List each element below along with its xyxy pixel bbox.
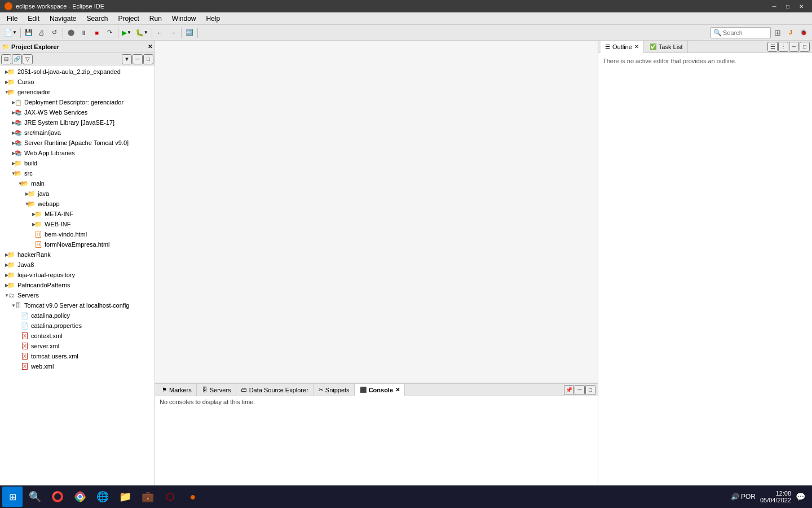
icon-hackerrank: 📁: [7, 250, 16, 259]
label-patricando: PatricandoPatterns: [17, 282, 70, 288]
menu-help[interactable]: Help: [202, 14, 225, 24]
tab-outline[interactable]: ☰ Outline ✕: [601, 41, 644, 53]
tree-item-gerenciador[interactable]: ▼ 📂 gerenciador: [0, 87, 155, 97]
tree-item-context[interactable]: ▶ X context.xml: [0, 331, 155, 341]
tree-item-bemvindo[interactable]: ▶ H bem-vindo.html: [0, 229, 155, 239]
menu-file[interactable]: File: [2, 14, 22, 24]
taskbar-eclipse-button[interactable]: ●: [183, 487, 203, 507]
menu-run[interactable]: Run: [145, 14, 166, 24]
tree-item-deployment[interactable]: ▶ 📋 Deployment Descriptor: gerenciador: [0, 97, 155, 107]
console-tab-markers[interactable]: ⚑ Markers: [157, 384, 197, 396]
menu-navigate[interactable]: Navigate: [45, 14, 81, 24]
step-over-button[interactable]: ↷: [104, 27, 116, 39]
run-pause-button[interactable]: ⏸: [78, 27, 90, 39]
tree-item-servers[interactable]: ▼ 🗂 Servers: [0, 290, 155, 300]
taskbar-office-button[interactable]: ⬡: [160, 487, 180, 507]
link-editor-button[interactable]: 🔗: [12, 54, 22, 64]
snippets-icon: ✂: [319, 387, 323, 393]
console-tab-datasource[interactable]: 🗃 Data Source Explorer: [237, 384, 314, 396]
right-toolbar-btn1[interactable]: ☰: [767, 42, 778, 52]
tree-item-server-xml[interactable]: ▶ X server.xml: [0, 341, 155, 351]
tree-item-formnova[interactable]: ▶ H formNovaEmpresa.html: [0, 239, 155, 249]
tree-item-catalina-props[interactable]: ▶ 📄 catalina.properties: [0, 321, 155, 331]
tree-item-jre[interactable]: ▶ 📚 JRE System Library [JavaSE-17]: [0, 117, 155, 128]
tree-item-loja[interactable]: ▶ 📁 loja-virtual-repository: [0, 270, 155, 280]
console-tab-snippets[interactable]: ✂ Snippets: [314, 384, 355, 396]
tree-item-java[interactable]: ▶ 📁 java: [0, 189, 155, 199]
right-minimize-button[interactable]: ─: [789, 42, 799, 52]
next-edit-button[interactable]: →: [167, 27, 179, 39]
menu-search[interactable]: Search: [82, 14, 112, 24]
tree-item-src[interactable]: ▼ 📂 src: [0, 168, 155, 178]
refresh-button[interactable]: ↺: [48, 27, 61, 39]
console-tab-servers[interactable]: 🗄 Servers: [197, 384, 236, 396]
minimize-button[interactable]: ─: [768, 2, 780, 11]
console-tab-console[interactable]: ⬛ Console ✕: [355, 384, 405, 396]
tree-item-jaxws[interactable]: ▶ 📚 JAX-WS Web Services: [0, 107, 155, 117]
tree-item-main[interactable]: ▼ 📂 main: [0, 178, 155, 189]
taskbar-cortana-button[interactable]: ⭕: [47, 487, 68, 507]
taskbar-chrome-button[interactable]: [70, 487, 90, 507]
taskbar-edge-button[interactable]: 🌐: [92, 487, 113, 507]
arrow-webapplib: ▶: [0, 151, 14, 156]
tree-item-tomcat[interactable]: ▼ 🗄 Tomcat v9.0 Server at localhost-conf…: [0, 300, 155, 310]
icon-catalina-props: 📄: [20, 321, 29, 330]
arrow-java: ▶: [0, 191, 27, 196]
stop-button[interactable]: ■: [91, 27, 103, 39]
open-type-button[interactable]: 🔤: [183, 27, 196, 39]
tree-item-tomcat-users[interactable]: ▶ X tomcat-users.xml: [0, 351, 155, 361]
tree-item-webinf[interactable]: ▶ 📁 WEB-INF: [0, 219, 155, 229]
tree-item-curso[interactable]: ▶ 📁 Curso: [0, 77, 155, 87]
maximize-button[interactable]: □: [782, 2, 794, 11]
label-formnova: formNovaEmpresa.html: [45, 241, 110, 248]
tree-item-web-xml[interactable]: ▶ X web.xml: [0, 361, 155, 371]
open-perspective-button[interactable]: ⊞: [771, 27, 784, 39]
menu-edit[interactable]: Edit: [23, 14, 44, 24]
run-dropdown[interactable]: ▶▼: [120, 27, 133, 39]
debug-button[interactable]: ⬤: [65, 27, 77, 39]
collapse-all-button[interactable]: ⊟: [1, 54, 11, 64]
menu-project[interactable]: Project: [113, 14, 143, 24]
console-minimize-button[interactable]: ─: [575, 385, 585, 395]
search-input[interactable]: [723, 29, 768, 36]
tree-item-java8[interactable]: ▶ 📁 Java8: [0, 260, 155, 270]
start-button[interactable]: ⊞: [2, 487, 23, 507]
icon-server-xml: X: [20, 341, 29, 351]
tree-item-webapplib[interactable]: ▶ 📚 Web App Libraries: [0, 148, 155, 158]
view-menu-button[interactable]: ▼: [122, 54, 132, 64]
taskbar-search-button[interactable]: 🔍: [25, 487, 45, 507]
tree-item-catalina-policy[interactable]: ▶ 📄 catalina.policy: [0, 310, 155, 321]
close-button[interactable]: ✕: [795, 2, 807, 11]
prev-edit-button[interactable]: ←: [154, 27, 166, 39]
taskbar-explorer-button[interactable]: 📁: [115, 487, 135, 507]
filter-button[interactable]: ▽: [23, 54, 33, 64]
debug-dropdown[interactable]: 🐛▼: [134, 27, 150, 39]
tab-tasklist[interactable]: ✅ Task List: [645, 41, 688, 53]
minimize-panel-button[interactable]: ─: [133, 54, 143, 64]
icon-webapp: 📂: [27, 199, 36, 208]
save-button[interactable]: 💾: [23, 27, 35, 39]
tree-item-srcmainjava[interactable]: ▶ 📚 src/main/java: [0, 128, 155, 138]
new-button[interactable]: 📄▼: [2, 27, 19, 39]
right-toolbar-btn2[interactable]: ⋮: [778, 42, 788, 52]
project-explorer-close[interactable]: ✕: [148, 43, 152, 50]
console-pin-button[interactable]: 📌: [564, 385, 574, 395]
tree-item-build[interactable]: ▶ 📁 build: [0, 158, 155, 168]
tree-item-metainf[interactable]: ▶ 📁 META-INF: [0, 209, 155, 219]
outline-close-button[interactable]: ✕: [634, 43, 639, 50]
tree-item-patricando[interactable]: ▶ 📁 PatricandoPatterns: [0, 280, 155, 290]
tree-item-webapp[interactable]: ▼ 📂 webapp: [0, 199, 155, 209]
tree-item-serverruntime[interactable]: ▶ 📚 Server Runtime [Apache Tomcat v9.0]: [0, 138, 155, 148]
tree-item-zip[interactable]: ▶ 📁 2051-solid-java-aula_2.zip_expanded: [0, 67, 155, 77]
console-maximize-button[interactable]: □: [585, 385, 595, 395]
debug-perspective-button[interactable]: 🐞: [797, 27, 810, 39]
arrow-patricando: ▶: [0, 283, 7, 288]
maximize-panel-button[interactable]: □: [143, 54, 153, 64]
right-maximize-button[interactable]: □: [800, 42, 810, 52]
taskbar-briefcase-button[interactable]: 💼: [138, 487, 158, 507]
print-button[interactable]: 🖨: [36, 27, 48, 39]
console-close-button[interactable]: ✕: [395, 387, 400, 393]
java-button[interactable]: J: [784, 27, 797, 39]
menu-window[interactable]: Window: [167, 14, 201, 24]
tree-item-hackerrank[interactable]: ▶ 📁 hackerRank: [0, 249, 155, 260]
